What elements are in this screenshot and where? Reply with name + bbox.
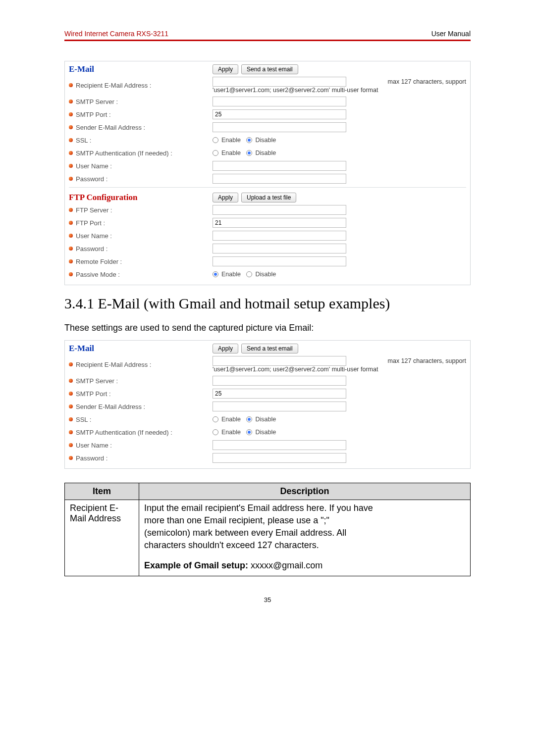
bullet-icon: [69, 125, 73, 129]
passive-disable-text: Disable: [255, 271, 276, 278]
ssl2-disable-radio[interactable]: [246, 416, 252, 422]
ssl-disable-radio[interactable]: [246, 137, 252, 143]
user2-input[interactable]: [213, 440, 346, 450]
ftp-server-input[interactable]: [213, 205, 346, 215]
td-desc: Input the email recipient's Email addres…: [139, 500, 471, 576]
desc-line: more than one Email recipient, please us…: [144, 515, 465, 526]
ssl-label: SSL :: [76, 137, 91, 144]
email-apply-button[interactable]: Apply: [213, 64, 238, 74]
smtp-port2-label: SMTP Port :: [76, 390, 111, 398]
ftp-folder-input[interactable]: [213, 256, 346, 266]
section-heading: 3.4.1 E-Mail (with Gmail and hotmail set…: [64, 295, 471, 312]
email2-send-test-button[interactable]: Send a test email: [241, 344, 298, 353]
smtp-server-input[interactable]: [213, 97, 346, 106]
row-ftp-passive: Passive Mode : Enable Disable: [65, 268, 470, 281]
row-ssl: SSL : Enable Disable: [65, 134, 470, 147]
row-recipient: Recipient E-Mail Address : max 127 chara…: [65, 75, 470, 95]
row2-auth: SMTP Authentication (If needed) : Enable…: [65, 426, 470, 439]
bullet-icon: [69, 83, 73, 87]
row2-pass: Password :: [65, 452, 470, 464]
auth-label: SMTP Authentication (If needed) :: [76, 150, 172, 157]
recipient-label: Recipient E-Mail Address :: [76, 82, 151, 89]
row2-recipient: Recipient E-Mail Address : max 127 chara…: [65, 354, 470, 374]
ftp-port-input[interactable]: [213, 218, 346, 228]
recipient-input[interactable]: [213, 77, 346, 87]
desc-example-bold: Example of Gmail setup:: [144, 560, 251, 570]
page-number: 35: [64, 596, 471, 604]
desc-line: characters shouldn't exceed 127 characte…: [144, 540, 465, 551]
row2-smtp-server: SMTP Server :: [65, 374, 470, 387]
recipient2-hint-bottom: 'user1@server1.com; user2@server2.com' m…: [213, 366, 466, 373]
email-send-test-button[interactable]: Send a test email: [241, 64, 298, 74]
ftp-server-label: FTP Server :: [76, 206, 112, 214]
desc-example: Example of Gmail setup: xxxxx@gmail.com: [144, 560, 465, 571]
row-smtp-port: SMTP Port :: [65, 108, 470, 121]
smtp-server2-input[interactable]: [213, 376, 346, 386]
auth-enable-radio[interactable]: [213, 150, 218, 156]
sender2-input[interactable]: [213, 402, 346, 411]
section-divider: [69, 187, 466, 188]
auth2-enable-text: Enable: [221, 429, 241, 436]
ftp-pass-input[interactable]: [213, 244, 346, 253]
row-user: User Name :: [65, 159, 470, 172]
config-panel-email-only: E-Mail Apply Send a test email Recipient…: [64, 340, 471, 469]
passive-disable-radio[interactable]: [246, 271, 252, 277]
desc-line: Input the email recipient's Email addres…: [144, 503, 465, 513]
smtp-port-input[interactable]: [213, 109, 346, 119]
email-title: E-Mail: [69, 64, 213, 74]
email2-section-header: E-Mail Apply Send a test email: [65, 341, 470, 354]
recipient-hint-top: max 127 characters, support: [350, 78, 466, 85]
bullet-icon: [69, 234, 73, 238]
doc-type: User Manual: [431, 30, 471, 38]
sender-label: Sender E-Mail Address :: [76, 124, 145, 131]
ftp-apply-button[interactable]: Apply: [213, 193, 238, 202]
bullet-icon: [69, 362, 73, 366]
pass-input[interactable]: [213, 174, 346, 184]
auth2-disable-text: Disable: [255, 429, 276, 436]
config-panel-email-ftp: E-Mail Apply Send a test email Recipient…: [64, 61, 471, 285]
email2-title: E-Mail: [69, 344, 213, 353]
bullet-icon: [69, 272, 73, 276]
auth-enable-text: Enable: [221, 150, 241, 156]
row-ftp-port: FTP Port :: [65, 216, 470, 229]
passive-enable-radio[interactable]: [213, 271, 218, 277]
smtp-port2-input[interactable]: [213, 389, 346, 399]
desc-example-rest: xxxxx@gmail.com: [251, 560, 322, 570]
auth2-enable-radio[interactable]: [213, 429, 218, 435]
bullet-icon: [69, 379, 73, 383]
sender-input[interactable]: [213, 122, 346, 132]
ssl2-enable-radio[interactable]: [213, 416, 218, 422]
bullet-icon: [69, 221, 73, 225]
recipient2-label: Recipient E-Mail Address :: [76, 361, 151, 368]
row-ftp-server: FTP Server :: [65, 203, 470, 216]
ftp-upload-test-button[interactable]: Upload a test file: [241, 193, 296, 202]
ftp-folder-label: Remote Folder :: [76, 258, 122, 265]
row-sender: Sender E-Mail Address :: [65, 121, 470, 134]
auth-disable-radio[interactable]: [246, 150, 252, 156]
ftp-passive-label: Passive Mode :: [76, 271, 120, 278]
row-smtp-server: SMTP Server :: [65, 95, 470, 108]
ftp-user-input[interactable]: [213, 231, 346, 241]
ftp-section-header: FTP Configuration Apply Upload a test fi…: [65, 190, 470, 203]
bullet-icon: [69, 247, 73, 251]
email2-apply-button[interactable]: Apply: [213, 344, 238, 353]
row-ftp-user: User Name :: [65, 229, 470, 242]
smtp-server-label: SMTP Server :: [76, 98, 118, 105]
header-divider: [64, 40, 471, 41]
user-input[interactable]: [213, 161, 346, 171]
recipient-hint-bottom: 'user1@server1.com; user2@server2.com' m…: [213, 87, 466, 94]
intro-text: These settings are used to send the capt…: [64, 323, 471, 333]
auth2-disable-radio[interactable]: [246, 429, 252, 435]
ssl-enable-radio[interactable]: [213, 137, 218, 143]
row2-user: User Name :: [65, 439, 470, 452]
row-auth: SMTP Authentication (If needed) : Enable…: [65, 147, 470, 159]
pass2-input[interactable]: [213, 453, 346, 463]
bullet-icon: [69, 404, 73, 408]
recipient2-input[interactable]: [213, 356, 346, 366]
row-pass: Password :: [65, 172, 470, 185]
pass2-label: Password :: [76, 454, 107, 462]
ssl-disable-text: Disable: [255, 137, 276, 144]
smtp-server2-label: SMTP Server :: [76, 377, 118, 385]
smtp-port-label: SMTP Port :: [76, 111, 111, 118]
recipient2-hint-top: max 127 characters, support: [350, 357, 466, 364]
